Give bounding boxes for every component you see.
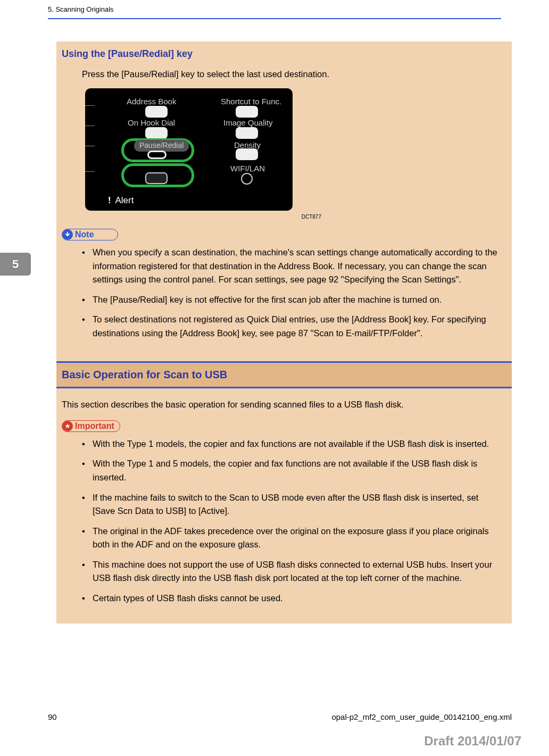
list-item: This machine does not support the use of… — [82, 558, 503, 585]
chapter-title: 5. Scanning Originals — [48, 5, 114, 13]
note-icon — [62, 229, 73, 240]
alert-label: Alert — [115, 195, 134, 205]
label-pause-redial: Pause/Redial — [134, 140, 189, 152]
list-item: With the Type 1 models, the copier and f… — [82, 437, 503, 451]
button-density — [236, 148, 258, 160]
file-name: opal-p2_mf2_com_user_guide_00142100_eng.… — [331, 711, 512, 723]
button-on-hook-dial — [145, 127, 168, 139]
note-label: Note — [75, 228, 94, 242]
chapter-tab: 5 — [0, 253, 31, 276]
intro-text-1: Press the [Pause/Redial] key to select t… — [56, 65, 512, 86]
important-icon — [62, 421, 73, 431]
important-list: With the Type 1 models, the copier and f… — [56, 435, 512, 614]
important-badge: Important — [62, 420, 120, 432]
list-item: The original in the ADF takes precedence… — [82, 525, 503, 552]
note-badge: Note — [62, 229, 118, 240]
important-label: Important — [75, 420, 114, 433]
list-item: When you specify a scan destination, the… — [82, 246, 503, 287]
button-lower — [145, 172, 168, 184]
section-heading-usb: Basic Operation for Scan to USB — [56, 361, 512, 388]
control-panel-illustration: Address Book On Hook Dial Pause/Redial S… — [85, 88, 293, 211]
subheading-pause-redial: Using the [Pause/Redial] key — [56, 41, 512, 65]
list-item: If the machine fails to switch to the Sc… — [82, 491, 503, 518]
note-list: When you specify a scan destination, the… — [56, 244, 512, 348]
list-item: Certain types of USB flash disks cannot … — [82, 592, 503, 605]
draft-stamp: Draft 2014/01/07 — [424, 731, 521, 751]
page-footer: 90 opal-p2_mf2_com_user_guide_00142100_e… — [48, 711, 512, 723]
button-address-book — [145, 106, 168, 118]
main-content: Using the [Pause/Redial] key Press the [… — [56, 41, 512, 624]
list-item: With the Type 1 and 5 models, the copier… — [82, 457, 503, 484]
intro-text-2: This section describes the basic operati… — [56, 396, 512, 416]
list-item: To select destinations not registered as… — [82, 313, 503, 340]
wifi-lan-indicator — [241, 173, 253, 185]
button-shortcut — [236, 106, 258, 118]
panel-caption: DCT877 — [85, 212, 321, 221]
chapter-tab-number: 5 — [12, 257, 19, 271]
alert-row: ! Alert — [108, 194, 134, 207]
button-pause-redial — [147, 151, 167, 159]
page-header: 5. Scanning Originals — [48, 4, 501, 19]
button-image-quality — [236, 127, 258, 139]
page-number: 90 — [48, 711, 57, 723]
alert-icon: ! — [108, 195, 111, 205]
list-item: The [Pause/Redial] key is not effective … — [82, 293, 503, 307]
svg-marker-0 — [65, 423, 70, 428]
